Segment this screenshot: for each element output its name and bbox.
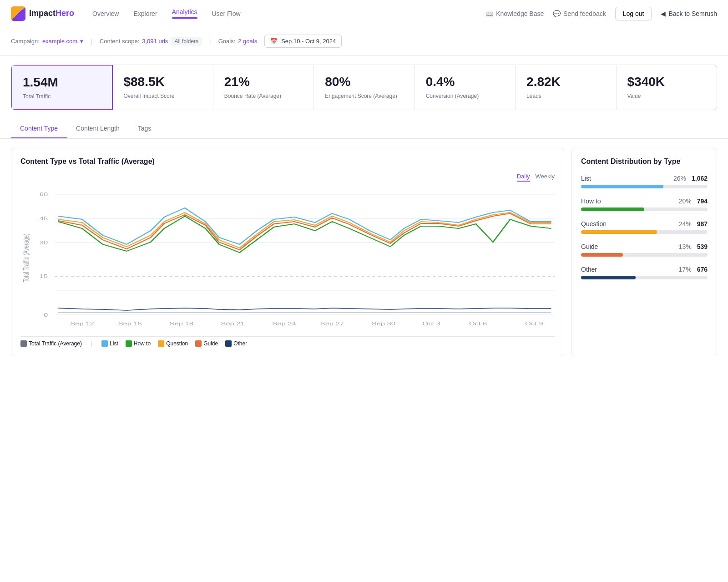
logo-text: ImpactHero — [29, 9, 74, 18]
svg-text:Sep 27: Sep 27 — [320, 321, 344, 327]
book-icon: 📖 — [485, 10, 493, 17]
svg-text:Sep 24: Sep 24 — [272, 321, 296, 327]
dist-bar-fill — [581, 207, 644, 211]
svg-text:Sep 21: Sep 21 — [221, 321, 245, 327]
divider-1: | — [91, 38, 92, 45]
knowledge-base-link[interactable]: 📖 Knowledge Base — [485, 10, 544, 17]
navbar: ImpactHero Overview Explorer Analytics U… — [0, 0, 728, 27]
dist-item-name: List — [581, 175, 591, 182]
nav-explorer[interactable]: Explorer — [133, 10, 157, 17]
legend-checkbox — [101, 340, 108, 347]
svg-text:Oct 9: Oct 9 — [525, 321, 543, 327]
svg-text:Total Traffic (Average): Total Traffic (Average) — [22, 234, 30, 283]
campaign-label: Campaign: — [11, 38, 40, 45]
dist-bar-fill — [581, 276, 636, 279]
svg-text:15: 15 — [40, 273, 48, 279]
dist-bar-bg — [581, 253, 708, 257]
calendar-icon: 📅 — [270, 38, 278, 45]
toggle-weekly[interactable]: Weekly — [536, 173, 555, 182]
svg-text:Sep 15: Sep 15 — [118, 321, 142, 327]
dist-bar-fill — [581, 230, 657, 234]
svg-text:Sep 18: Sep 18 — [169, 321, 193, 327]
legend-label: Other — [233, 340, 247, 347]
legend-checkbox — [126, 340, 132, 347]
logout-button[interactable]: Log out — [615, 7, 652, 20]
legend-item-how-to[interactable]: How to — [126, 340, 151, 347]
toggle-daily[interactable]: Daily — [517, 173, 530, 182]
svg-text:60: 60 — [40, 192, 48, 197]
metric-label: Leads — [526, 92, 605, 100]
chart-container: 60 45 30 15 0 Total Traffic (Average) — [20, 185, 555, 331]
distribution-title: Content Distribution by Type — [581, 157, 708, 166]
metric-item-6[interactable]: $340K Value — [617, 65, 717, 110]
metric-item-3[interactable]: 80% Engagement Score (Average) — [314, 65, 415, 110]
dist-item-pct: 24% — [679, 220, 692, 228]
svg-text:0: 0 — [44, 312, 48, 318]
metric-item-2[interactable]: 21% Bounce Rate (Average) — [213, 65, 314, 110]
tab-content-type[interactable]: Content Type — [11, 119, 67, 138]
legend-label: Guide — [203, 340, 218, 347]
legend-item-question[interactable]: Question — [158, 340, 188, 347]
date-range: Sep 10 - Oct 9, 2024 — [281, 38, 336, 45]
tab-bar: Content TypeContent LengthTags — [0, 119, 728, 139]
legend-label: Total Traffic (Average) — [29, 340, 82, 347]
dist-item-list: List 26% 1,062 — [581, 175, 708, 188]
metric-value: 2.82K — [526, 74, 605, 90]
distribution-panel: Content Distribution by Type List 26% 1,… — [571, 148, 717, 356]
dist-item-name: How to — [581, 197, 601, 205]
metric-value: $88.5K — [123, 74, 202, 90]
metric-item-5[interactable]: 2.82K Leads — [516, 65, 616, 110]
dist-item-count: 539 — [697, 243, 708, 250]
back-to-semrush[interactable]: ◀ Back to Semrush — [661, 10, 717, 17]
dist-item-guide: Guide 13% 539 — [581, 243, 708, 257]
legend-checkbox — [20, 340, 27, 347]
metric-item-4[interactable]: 0.4% Conversion (Average) — [415, 65, 516, 110]
dist-item-pct: 20% — [679, 197, 692, 205]
send-feedback-link[interactable]: 💬 Send feedback — [553, 10, 606, 17]
nav-overview[interactable]: Overview — [92, 10, 119, 17]
dist-item-other: Other 17% 676 — [581, 266, 708, 279]
metric-item-1[interactable]: $88.5K Overall Impact Score — [112, 65, 213, 110]
svg-text:Oct 3: Oct 3 — [422, 321, 440, 327]
dist-item-count: 794 — [697, 197, 708, 205]
tab-content-length[interactable]: Content Length — [67, 119, 129, 138]
metric-value: $340K — [627, 74, 706, 90]
metric-value: 80% — [325, 74, 403, 90]
back-icon: ◀ — [661, 10, 666, 17]
svg-text:Sep 30: Sep 30 — [371, 321, 395, 327]
metric-item-0[interactable]: 1.54M Total Traffic — [11, 65, 113, 110]
metrics-bar: 1.54M Total Traffic$88.5K Overall Impact… — [11, 65, 717, 110]
metric-label: Overall Impact Score — [123, 92, 202, 100]
dist-bar-bg — [581, 185, 708, 188]
legend-item-list[interactable]: List — [101, 340, 118, 347]
filter-bar: Campaign: example.com ▾ | Content scope:… — [0, 27, 728, 56]
goals-label: Goals: — [218, 38, 236, 45]
svg-text:30: 30 — [40, 240, 48, 246]
tab-tags[interactable]: Tags — [129, 119, 161, 138]
nav-analytics[interactable]: Analytics — [172, 8, 197, 19]
logo[interactable]: ImpactHero — [11, 6, 74, 21]
campaign-filter: Campaign: example.com ▾ — [11, 38, 83, 45]
dist-item-name: Other — [581, 266, 597, 273]
legend-item-guide[interactable]: Guide — [195, 340, 218, 347]
campaign-value[interactable]: example.com — [42, 38, 77, 45]
goals-value[interactable]: 2 goals — [238, 38, 257, 45]
scope-value[interactable]: 3,091 urls — [142, 38, 168, 45]
dist-item-header: How to 20% 794 — [581, 197, 708, 205]
nav-userflow[interactable]: User Flow — [212, 10, 241, 17]
feedback-icon: 💬 — [553, 10, 561, 17]
metric-label: Value — [627, 92, 706, 100]
svg-text:Sep 12: Sep 12 — [70, 321, 94, 327]
dist-item-count: 1,062 — [692, 175, 708, 182]
dist-item-name: Question — [581, 220, 607, 228]
chart-legend: Total Traffic (Average) | List How to Qu… — [20, 336, 555, 347]
goals-filter: Goals: 2 goals — [218, 38, 258, 45]
date-picker[interactable]: 📅 Sep 10 - Oct 9, 2024 — [264, 35, 342, 48]
dist-bar-bg — [581, 276, 708, 279]
legend-item-other[interactable]: Other — [225, 340, 247, 347]
chart-title: Content Type vs Total Traffic (Average) — [20, 157, 555, 166]
dist-bar-bg — [581, 207, 708, 211]
legend-item-total-traffic-(average)[interactable]: Total Traffic (Average) — [20, 340, 82, 347]
dist-bar-fill — [581, 185, 663, 188]
dist-item-header: List 26% 1,062 — [581, 175, 708, 182]
